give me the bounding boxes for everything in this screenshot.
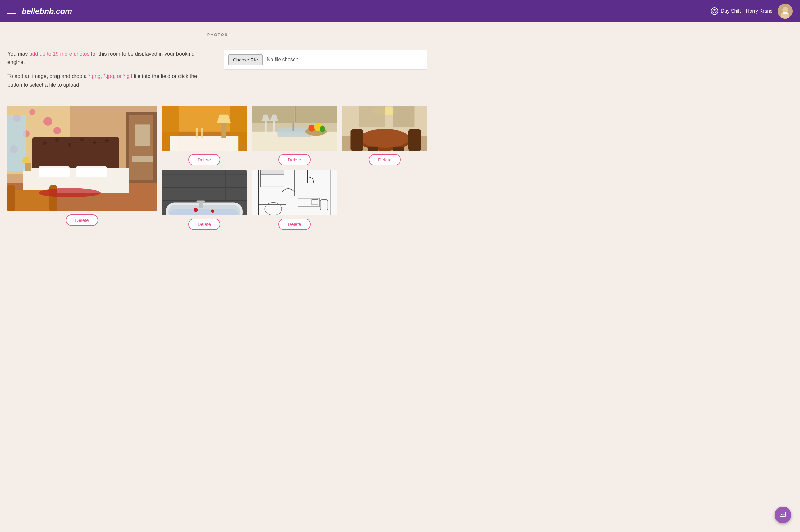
svg-rect-49: [201, 128, 203, 137]
photo-card-3: Delete: [342, 106, 428, 166]
svg-rect-45: [170, 136, 238, 151]
delete-button-4[interactable]: Delete: [188, 218, 220, 230]
svg-rect-39: [24, 163, 31, 171]
svg-point-68: [360, 129, 410, 148]
photo-card-4: Delete: [162, 170, 247, 230]
photo-card-1: Delete: [162, 106, 247, 166]
svg-rect-69: [351, 129, 363, 151]
photo-image-3: [342, 106, 428, 151]
svg-point-92: [211, 209, 214, 213]
svg-point-38: [38, 188, 101, 197]
svg-rect-56: [292, 123, 294, 131]
shift-icon: [711, 7, 718, 15]
avatar: [778, 4, 793, 19]
svg-rect-71: [368, 147, 378, 151]
svg-rect-32: [38, 166, 70, 177]
svg-rect-87: [170, 209, 238, 215]
svg-rect-63: [273, 121, 275, 133]
svg-rect-75: [359, 106, 385, 127]
svg-point-29: [93, 140, 96, 144]
main-content: PHOTOS You may add up to 19 more photos …: [0, 22, 435, 240]
svg-point-12: [29, 109, 35, 115]
svg-rect-54: [295, 106, 338, 122]
header-right: Day Shift Harry Krane: [711, 4, 793, 19]
shift-indicator: Day Shift: [711, 7, 741, 15]
instruction-p2: To add an image, drag and drop a *.png, …: [7, 72, 211, 89]
section-title: PHOTOS: [7, 32, 428, 41]
svg-point-25: [43, 141, 47, 145]
svg-point-28: [80, 137, 84, 141]
svg-point-27: [68, 143, 71, 147]
svg-point-15: [53, 127, 61, 134]
menu-button[interactable]: [7, 9, 16, 14]
svg-point-30: [105, 139, 109, 142]
svg-point-91: [194, 208, 198, 212]
svg-rect-22: [135, 125, 150, 146]
shift-label: Day Shift: [721, 8, 741, 14]
add-photos-link[interactable]: add up to 19 more photos: [29, 51, 90, 57]
delete-button-5[interactable]: Delete: [278, 218, 310, 230]
svg-rect-70: [408, 129, 421, 151]
header: bellebnb.com Day Shift Harry Krane: [0, 0, 800, 22]
file-types-text: *.png, *.jpg, or *.gif: [88, 73, 132, 79]
photo-card-2: Delete: [252, 106, 338, 166]
svg-rect-23: [132, 155, 153, 162]
photo-image-4: [162, 170, 247, 215]
svg-point-107: [783, 514, 784, 515]
svg-point-13: [43, 117, 52, 126]
svg-rect-46: [221, 123, 226, 138]
delete-button-3[interactable]: Delete: [369, 154, 401, 166]
instruction-p1: You may add up to 19 more photos for thi…: [7, 50, 211, 66]
photo-image-2: [252, 106, 338, 151]
instruction-p2-before: To add an image, drag and drop a: [7, 73, 88, 79]
svg-rect-61: [265, 121, 266, 133]
top-area: You may add up to 19 more photos for thi…: [7, 50, 428, 95]
svg-rect-76: [393, 106, 415, 127]
svg-rect-89: [197, 200, 205, 202]
photo-image-5: [252, 170, 338, 215]
svg-point-108: [784, 514, 785, 515]
choose-file-button[interactable]: Choose File: [228, 54, 262, 65]
chat-button[interactable]: [775, 507, 791, 523]
header-left: bellebnb.com: [7, 6, 72, 16]
photo-card-main: Delete: [7, 106, 157, 226]
user-name: Harry Krane: [746, 8, 772, 14]
svg-rect-35: [7, 185, 15, 211]
no-file-text: No file chosen: [267, 57, 298, 62]
svg-rect-72: [393, 147, 404, 151]
delete-button-main[interactable]: Delete: [66, 214, 98, 226]
delete-button-2[interactable]: Delete: [278, 154, 310, 166]
svg-rect-101: [260, 170, 284, 175]
svg-rect-48: [196, 128, 198, 137]
svg-point-26: [55, 138, 59, 142]
svg-point-106: [781, 514, 782, 515]
photos-grid: Delete: [7, 106, 428, 230]
svg-point-60: [320, 126, 325, 132]
photo-card-5: Delete: [252, 170, 338, 230]
photo-image-1: [162, 106, 247, 151]
svg-rect-33: [76, 166, 107, 177]
svg-rect-6: [783, 13, 787, 14]
instructions: You may add up to 19 more photos for thi…: [7, 50, 211, 95]
logo: bellebnb.com: [22, 6, 72, 16]
svg-point-58: [308, 125, 315, 132]
svg-line-2: [714, 11, 715, 12]
file-upload-area: Choose File No file chosen: [224, 50, 428, 70]
delete-button-1[interactable]: Delete: [188, 154, 220, 166]
photo-image-main: [7, 106, 157, 211]
instruction-text-before: You may: [7, 51, 29, 57]
file-input-wrapper: Choose File No file chosen: [224, 50, 428, 70]
